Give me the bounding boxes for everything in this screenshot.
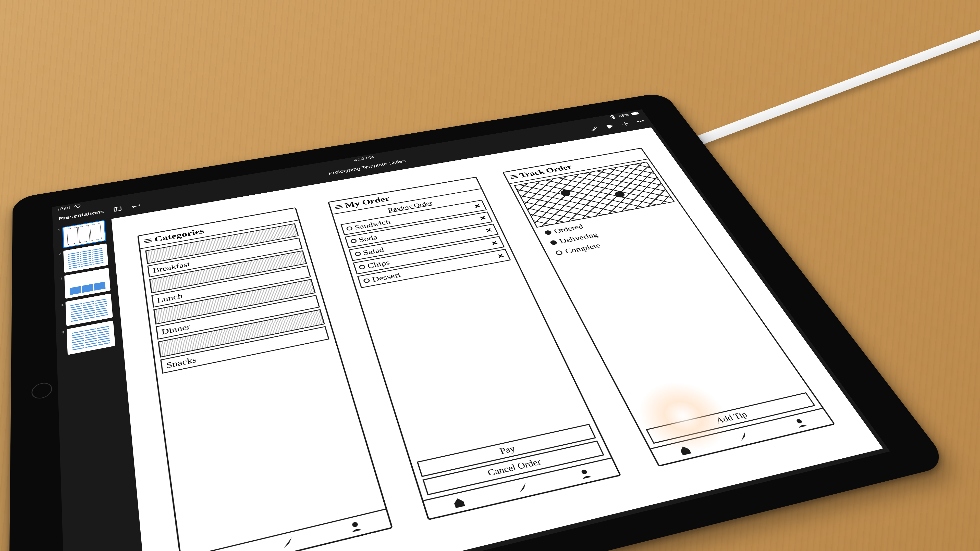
more-icon[interactable] [635,118,646,124]
menu-icon [510,175,518,179]
location-icon [734,430,752,443]
home-icon [676,443,694,457]
ipad-device: iPad 4:59 PM 88% Presentations [8,92,950,551]
device-label: iPad [58,205,70,211]
svg-rect-3 [114,206,121,211]
svg-point-8 [352,522,358,528]
sidebar-toggle-icon[interactable] [113,205,123,213]
profile-icon [347,519,364,534]
home-button[interactable] [32,381,52,400]
location-icon [279,535,296,551]
svg-point-5 [637,121,639,122]
svg-rect-1 [637,113,638,114]
svg-point-10 [795,419,803,424]
apple-pencil [682,23,980,150]
add-icon[interactable] [619,121,631,127]
battery-percent: 88% [618,113,630,118]
svg-line-4 [116,207,117,211]
svg-point-7 [642,121,644,121]
menu-icon [334,205,343,209]
brush-icon[interactable] [589,126,600,132]
menu-icon [144,238,151,243]
location-icon [514,481,531,495]
profile-icon [791,416,809,429]
home-icon [450,495,468,510]
svg-point-9 [581,469,587,475]
app-screen: iPad 4:59 PM 88% Presentations [52,110,890,551]
svg-point-6 [640,121,641,122]
profile-icon [576,467,594,480]
undo-icon[interactable] [131,202,142,210]
play-icon[interactable] [604,123,616,130]
